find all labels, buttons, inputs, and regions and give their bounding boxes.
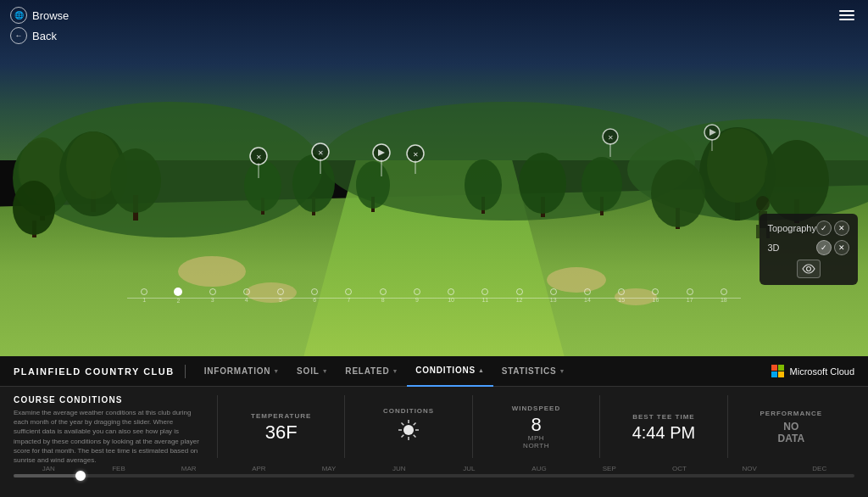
hole-dot-3 [209,288,216,295]
chevron-statistics: ▼ [559,368,566,374]
nav-soil[interactable]: SOIL ▼ [288,356,337,387]
hole-7[interactable]: 7 [331,288,365,303]
month-sep: Sep [574,465,644,472]
hole-dot-4 [243,288,250,295]
nav-information[interactable]: INFORMATION ▼ [196,356,288,387]
ms-sq-green [778,365,784,371]
hole-dot-14 [584,288,591,295]
hole-dot-1 [141,288,147,295]
browse-button[interactable]: 🌐 Browse [10,7,69,24]
conditions-panel: COURSE CONDITIONS Examine the average we… [0,387,868,463]
hole-dot-18 [721,288,727,295]
hamburger-line-1 [839,10,854,12]
month-mar: Mar [153,465,224,472]
hole-3[interactable]: 3 [195,288,229,303]
hole-dot-10 [448,288,454,295]
svg-line-64 [414,423,416,426]
stat-tee-time-value: 4:44 PM [632,424,695,441]
timeline-labels: Jan Feb Mar Apr May Jun Jul Aug Sep Oct … [14,465,854,472]
hole-4[interactable]: 4 [230,288,264,303]
menu-button[interactable] [836,7,858,24]
topo-3d-close-button[interactable]: ✕ [834,240,849,255]
hole-dot-13 [550,288,557,295]
hole-9[interactable]: 9 [400,288,434,303]
hole-15[interactable]: 15 [604,288,638,303]
stat-performance-value: NODATA [778,421,805,444]
ms-cloud-text: Microsoft Cloud [790,366,854,377]
stat-windspeed-value: 8 [531,416,541,434]
nav-conditions-label: CONDITIONS [415,366,476,375]
hole-13[interactable]: 13 [537,288,570,303]
nav-statistics[interactable]: STATISTICS ▼ [493,356,575,387]
timeline-thumb[interactable] [75,471,86,481]
hole-11[interactable]: 11 [468,288,502,303]
hole-16[interactable]: 16 [638,288,672,303]
club-header: PLAINFIELD COUNTRY CLUB INFORMATION ▼ SO… [0,356,868,387]
hole-12[interactable]: 12 [502,288,536,303]
hole-1[interactable]: 1 [127,288,161,303]
conditions-stats: TEMPERATURE 36F CONDITIONS [217,395,854,458]
chevron-soil: ▼ [322,368,329,374]
stat-temperature-label: TEMPERATURE [251,412,311,420]
topo-eye-button[interactable] [797,260,821,278]
nav-conditions[interactable]: CONDITIONS ▲ [407,356,493,387]
hole-8[interactable]: 8 [366,288,400,303]
month-jan: Jan [14,465,84,472]
hole-18[interactable]: 18 [707,288,741,303]
stat-performance-label: PERFORMANCE [760,410,822,417]
svg-line-62 [402,423,404,426]
timeline-section: Jan Feb Mar Apr May Jun Jul Aug Sep Oct … [0,463,868,484]
hole-num-1: 1 [142,297,146,303]
hole-num-2: 2 [176,298,180,304]
stat-tee-time-label: BEST TEE TIME [632,413,694,421]
topo-3d-check-button[interactable]: ✓ [816,240,832,255]
topo-3d-controls: ✓ ✕ [816,240,849,255]
hole-5[interactable]: 5 [264,288,298,303]
hole-2[interactable]: 2 [161,288,195,304]
topo-label: Topography [768,223,817,233]
browse-label: Browse [32,9,69,22]
nav-related[interactable]: RELATED ▼ [337,356,407,387]
month-nov: Nov [715,465,785,472]
topo-check-button[interactable]: ✓ [816,221,832,236]
nav-soil-label: SOIL [297,366,320,376]
month-dec: Dec [784,465,854,472]
timeline-slider[interactable] [14,474,854,477]
hole-17[interactable]: 17 [673,288,707,303]
hole-10[interactable]: 10 [434,288,468,303]
hamburger-line-3 [839,19,854,20]
hole-dot-8 [380,288,387,295]
nav-related-label: RELATED [345,366,389,376]
ms-sq-red [771,365,777,371]
stat-windspeed-label: WINDSPEED [512,405,560,412]
month-may: May [294,465,364,472]
chevron-information: ▼ [273,368,280,374]
topography-panel: Topography ✓ ✕ 3D ✓ ✕ [760,214,859,285]
topo-controls: ✓ ✕ [816,221,849,236]
hole-dot-16 [652,288,659,295]
hole-dot-17 [687,288,693,295]
hole-markers: 1 2 3 4 5 6 7 8 9 10 11 12 13 14 15 16 1… [0,288,868,304]
header-divider [185,365,186,378]
hole-dot-5 [277,288,284,295]
svg-line-63 [414,435,416,438]
back-button[interactable]: ← Back [10,27,69,44]
hole-dot-12 [516,288,523,295]
conditions-description: COURSE CONDITIONS Examine the average we… [14,395,200,458]
conditions-title: COURSE CONDITIONS [14,395,200,405]
topo-3d-label: 3D [768,243,780,253]
bottom-bar: PLAINFIELD COUNTRY CLUB INFORMATION ▼ SO… [0,356,868,497]
club-name: PLAINFIELD COUNTRY CLUB [14,366,175,377]
hole-6[interactable]: 6 [298,288,331,303]
fairway [303,160,564,356]
topo-row-main: Topography ✓ ✕ [768,221,850,236]
hole-14[interactable]: 14 [570,288,604,303]
svg-point-57 [403,425,414,435]
stat-windspeed: WINDSPEED 8 MPHNORTH [472,395,599,458]
club-title-section: PLAINFIELD COUNTRY CLUB INFORMATION ▼ SO… [14,356,574,387]
back-icon: ← [10,27,27,44]
sun-icon [397,418,420,446]
topo-close-button[interactable]: ✕ [834,221,849,236]
month-feb: Feb [84,465,154,472]
hole-dot-11 [481,288,488,295]
